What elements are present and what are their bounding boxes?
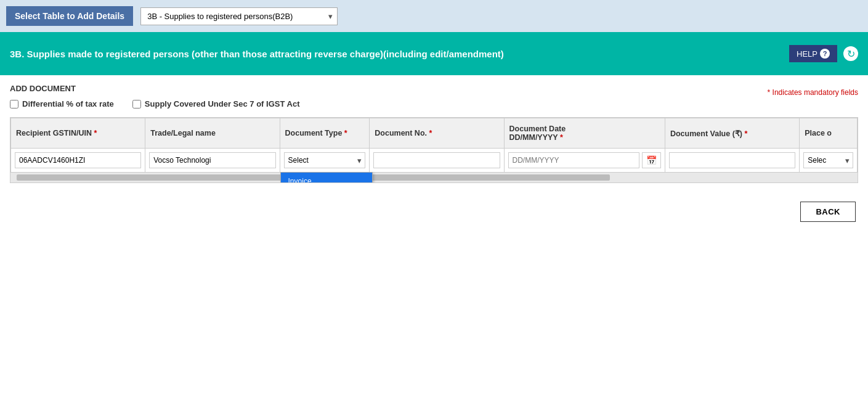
col-doc-no: Document No. * [370, 118, 504, 149]
select-table-label: Select Table to Add Details [6, 6, 133, 26]
table-wrapper: Recipient GSTIN/UIN * Trade/Legal name D… [10, 117, 858, 183]
horizontal-scrollbar[interactable] [10, 173, 858, 182]
checkbox-differential-input[interactable] [10, 100, 18, 108]
calendar-icon[interactable]: 📅 [642, 152, 661, 168]
add-document-title: ADD DOCUMENT [10, 84, 858, 93]
trade-name-input[interactable] [149, 152, 275, 168]
col-place: Place o [800, 118, 858, 149]
place-select-wrapper: Selec [803, 152, 853, 168]
place-select[interactable]: Selec [803, 152, 853, 168]
cell-doc-type: Select Invoice Debit Note Credit Note In… [280, 149, 370, 173]
help-icon: ? [820, 49, 830, 59]
cell-doc-no [370, 149, 504, 173]
col-trade-name: Trade/Legal name [145, 118, 280, 149]
checkboxes-row: Differential % of tax rate Supply Covere… [10, 99, 858, 108]
section-title: 3B. Supplies made to registered persons … [10, 47, 504, 60]
checkbox-supply-covered[interactable]: Supply Covered Under Sec 7 of IGST Act [132, 99, 300, 108]
col-doc-type: Document Type * [280, 118, 370, 149]
table-select-wrapper: 3B - Supplies to registered persons(B2B)… [140, 7, 338, 25]
doc-type-select-wrapper: Select Invoice Debit Note Credit Note [284, 152, 366, 168]
doc-no-input[interactable] [373, 152, 500, 168]
dropdown-option-invoice[interactable]: Invoice [281, 173, 372, 183]
doc-value-input[interactable] [669, 152, 795, 168]
document-table: Recipient GSTIN/UIN * Trade/Legal name D… [10, 118, 858, 173]
table-header-row: Recipient GSTIN/UIN * Trade/Legal name D… [11, 118, 858, 149]
table-select[interactable]: 3B - Supplies to registered persons(B2B)… [140, 7, 338, 25]
col-doc-date: Document DateDD/MM/YYYY * [504, 118, 665, 149]
mandatory-note: * Indicates mandatory fields [768, 88, 858, 97]
cell-doc-value [665, 149, 799, 173]
content-area: ADD DOCUMENT * Indicates mandatory field… [0, 75, 868, 192]
cell-trade-name [145, 149, 280, 173]
cell-gstin [11, 149, 145, 173]
checkbox-differential[interactable]: Differential % of tax rate [10, 99, 114, 108]
top-bar: Select Table to Add Details 3B - Supplie… [0, 0, 868, 32]
checkbox-supply-covered-input[interactable] [132, 100, 141, 108]
table-row: Select Invoice Debit Note Credit Note In… [11, 149, 858, 173]
doc-type-dropdown: Invoice Debit Note Credit Note [280, 172, 373, 183]
col-doc-value: Document Value (₹) * [665, 118, 799, 149]
checkbox-supply-covered-label: Supply Covered Under Sec 7 of IGST Act [145, 99, 300, 108]
cell-doc-date: 📅 [504, 149, 665, 173]
doc-date-input[interactable] [508, 152, 639, 168]
cell-place: Selec [800, 149, 858, 173]
help-label: HELP [797, 49, 817, 59]
footer: BACK [0, 192, 868, 232]
checkbox-differential-label: Differential % of tax rate [22, 99, 114, 108]
refresh-icon[interactable]: ↻ [843, 46, 858, 61]
section-header-right: HELP ? ↻ [789, 45, 858, 62]
doc-type-select[interactable]: Select Invoice Debit Note Credit Note [284, 152, 366, 168]
back-button[interactable]: BACK [800, 202, 856, 222]
help-button[interactable]: HELP ? [789, 45, 837, 62]
date-cell: 📅 [508, 152, 661, 168]
gstin-input[interactable] [15, 152, 141, 168]
section-header: 3B. Supplies made to registered persons … [0, 32, 868, 75]
col-gstin: Recipient GSTIN/UIN * [11, 118, 145, 149]
